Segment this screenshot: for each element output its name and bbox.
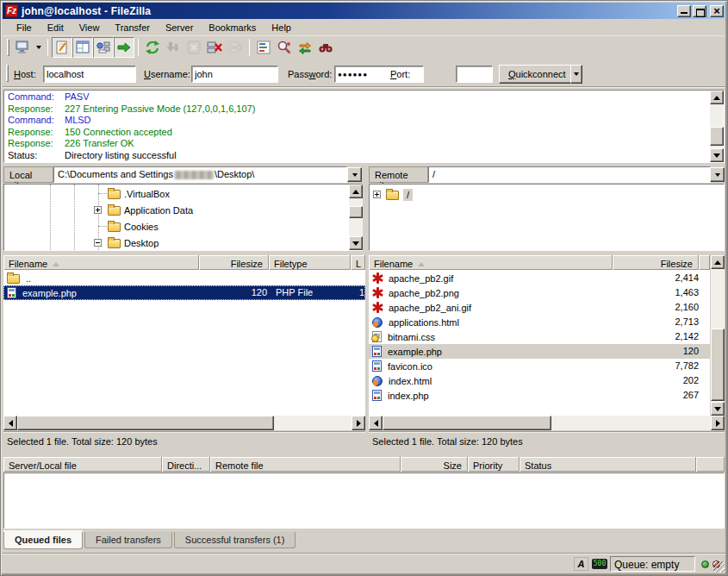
tree-item[interactable]: .VirtualBox [4, 185, 362, 202]
menu-help[interactable]: Help [264, 20, 299, 35]
refresh-button[interactable] [142, 37, 163, 58]
quickconnect-dropdown[interactable] [570, 65, 582, 84]
remote-file-list[interactable]: apache_pb2.gif2,414 apache_pb2.png1,463 … [369, 270, 710, 416]
scroll-right-button[interactable] [711, 416, 725, 430]
tab-successful-transfers[interactable]: Successful transfers (1) [174, 532, 296, 548]
local-directory-tree[interactable]: .VirtualBox Application Data Cookies Des… [3, 184, 363, 251]
file-row[interactable]: index.php267 [369, 388, 710, 403]
scroll-thumb[interactable] [383, 416, 551, 430]
scroll-left-button[interactable] [369, 416, 383, 430]
maximize-button[interactable] [693, 5, 706, 17]
menu-transfer[interactable]: Transfer [107, 20, 158, 35]
toolbar-grip[interactable] [7, 39, 9, 56]
column-filename[interactable]: Filename [369, 255, 613, 270]
file-row[interactable]: apache_pb2.png1,463 [369, 285, 710, 300]
column-filesize[interactable]: Filesize [613, 255, 699, 270]
file-row[interactable]: bitnami.css2,142 [369, 329, 710, 344]
file-row[interactable]: applications.html2,713 [369, 315, 710, 329]
menu-view[interactable]: View [72, 20, 108, 35]
column-server-local-file[interactable]: Server/Local file [3, 457, 162, 472]
menu-edit[interactable]: Edit [40, 20, 72, 35]
expand-icon[interactable] [94, 206, 102, 214]
transfer-type-indicator-icon[interactable]: A [574, 557, 588, 571]
tab-queued-files[interactable]: Queued files [3, 532, 83, 549]
scroll-up-button[interactable] [710, 91, 724, 104]
column-remote-file[interactable]: Remote file [210, 457, 401, 472]
column-filename[interactable]: Filename [3, 255, 199, 270]
column-filesize[interactable]: Filesize [199, 255, 269, 270]
column-direction[interactable]: Directi... [162, 457, 210, 472]
scroll-right-button[interactable] [352, 416, 365, 430]
toggle-transfer-queue-button[interactable] [114, 37, 134, 58]
toggle-remote-tree-button[interactable] [93, 37, 114, 58]
filter-button[interactable] [253, 37, 274, 58]
port-input[interactable] [456, 66, 493, 83]
column-status[interactable]: Status [520, 457, 696, 472]
scroll-thumb[interactable] [17, 416, 274, 430]
title-bar[interactable]: Fz john@localhost - FileZilla [3, 3, 725, 19]
scroll-thumb[interactable] [349, 206, 363, 218]
scroll-down-button[interactable] [349, 236, 363, 250]
scroll-thumb[interactable] [711, 329, 725, 401]
file-row-selected[interactable]: example.php 120 PHP File 1 [3, 285, 365, 300]
message-log[interactable]: Command:PASV Response:227 Entering Passi… [3, 90, 725, 163]
find-files-button[interactable] [315, 37, 336, 58]
host-input[interactable] [43, 66, 136, 83]
scroll-down-button[interactable] [710, 148, 724, 162]
username-input[interactable] [191, 66, 278, 83]
disconnect-button[interactable] [204, 37, 225, 58]
local-site-dropdown[interactable] [347, 167, 362, 182]
remote-list-hscrollbar[interactable] [369, 416, 725, 430]
css-file-icon [372, 331, 382, 342]
tab-failed-transfers[interactable]: Failed transfers [84, 532, 172, 548]
column-priority[interactable]: Priority [468, 457, 520, 472]
file-row[interactable]: index.html202 [369, 373, 710, 388]
file-row[interactable]: apache_pb2_ani.gif2,160 [369, 300, 710, 315]
local-tree-scrollbar[interactable] [349, 185, 363, 250]
tree-item[interactable]: Desktop [4, 235, 362, 251]
scroll-thumb[interactable] [710, 127, 724, 146]
log-scrollbar[interactable] [710, 91, 724, 162]
site-manager-button[interactable] [12, 37, 33, 58]
scroll-left-button[interactable] [3, 416, 17, 430]
local-list-hscrollbar[interactable] [3, 416, 365, 430]
toggle-local-tree-button[interactable] [72, 37, 93, 58]
password-input[interactable] [334, 66, 424, 83]
column-last-modified[interactable]: L [351, 255, 365, 270]
column-filetype[interactable]: Filetype [269, 255, 351, 270]
file-row[interactable]: favicon.ico7,782 [369, 359, 710, 373]
file-row-selected[interactable]: example.php120 [369, 344, 710, 359]
directory-comparison-button[interactable] [274, 37, 295, 58]
remote-site-dropdown[interactable] [710, 167, 725, 182]
quickconnect-button[interactable]: Quickconnect [499, 65, 576, 84]
tree-item[interactable]: Cookies [4, 218, 362, 235]
scroll-up-button[interactable] [711, 255, 725, 269]
local-site-combobox[interactable]: C:\Documents and Settings\Desktop\ [53, 166, 347, 183]
toolbar [3, 36, 725, 59]
resize-grip[interactable] [713, 561, 725, 573]
remote-list-scrollbar[interactable] [711, 255, 725, 416]
expand-icon[interactable] [373, 191, 381, 198]
scroll-down-button[interactable] [711, 402, 725, 416]
toggle-message-log-button[interactable] [52, 37, 72, 58]
transfer-queue-list[interactable] [3, 473, 725, 529]
site-manager-dropdown[interactable] [33, 38, 44, 57]
scroll-up-button[interactable] [349, 185, 363, 198]
speed-limit-icon[interactable]: 500 [592, 559, 607, 569]
menu-bookmarks[interactable]: Bookmarks [201, 20, 264, 35]
file-row[interactable]: apache_pb2.gif2,414 [369, 271, 710, 285]
close-button[interactable] [710, 5, 724, 17]
tree-item[interactable]: Application Data [4, 202, 362, 218]
remote-site-combobox[interactable]: / [428, 166, 711, 183]
menu-file[interactable]: File [9, 20, 40, 35]
remote-directory-tree[interactable]: / [369, 184, 725, 251]
collapse-icon[interactable] [94, 239, 102, 247]
menu-server[interactable]: Server [158, 20, 201, 35]
synchronized-browsing-button[interactable] [295, 37, 315, 58]
local-file-list[interactable]: .. example.php 120 PHP File 1 [3, 270, 365, 416]
quickconnect-grip[interactable] [6, 65, 9, 82]
tree-item[interactable]: / [370, 186, 724, 203]
file-row[interactable]: .. [3, 271, 365, 285]
column-size[interactable]: Size [401, 457, 468, 472]
minimize-button[interactable] [677, 5, 691, 17]
